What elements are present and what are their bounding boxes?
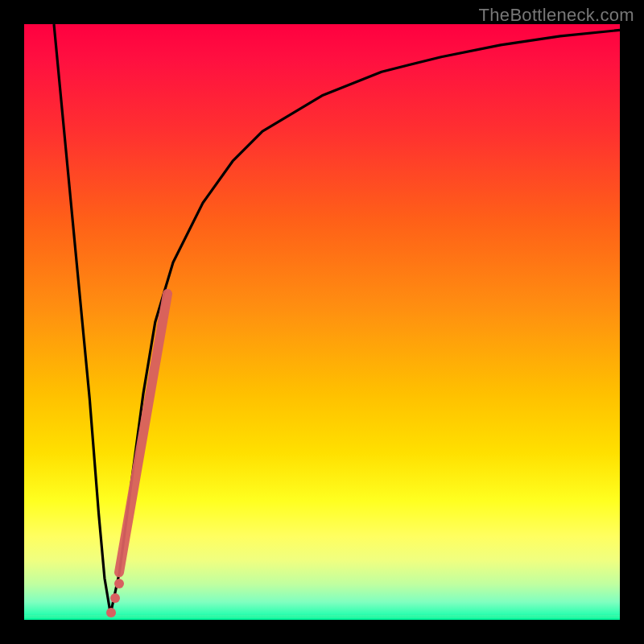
svg-point-5	[114, 579, 124, 588]
svg-point-3	[106, 608, 116, 617]
curve-layer	[24, 24, 620, 620]
svg-point-4	[110, 593, 120, 603]
bottleneck-curve-path	[54, 24, 620, 614]
chart-frame: TheBottleneck.com	[0, 0, 644, 644]
svg-line-2	[119, 294, 167, 572]
plot-area	[24, 24, 620, 620]
bottom-glow	[24, 617, 620, 619]
highlight-band	[119, 294, 167, 572]
watermark-text: TheBottleneck.com	[479, 5, 634, 26]
